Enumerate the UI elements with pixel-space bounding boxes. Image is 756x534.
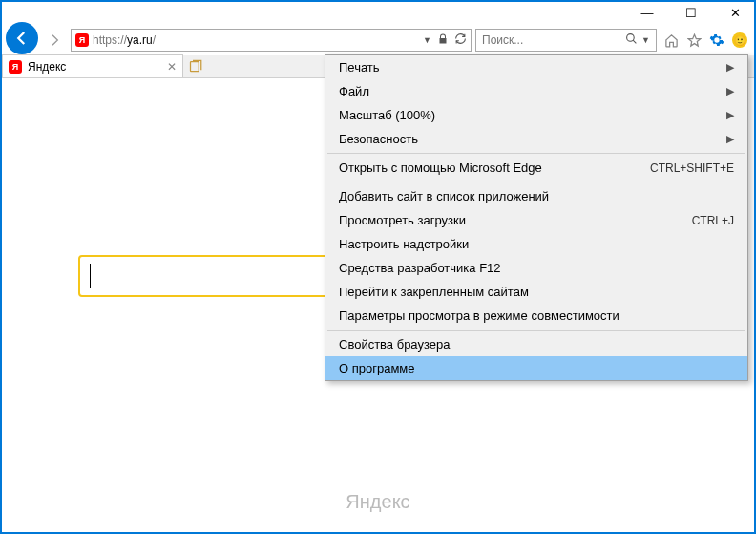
tools-icon[interactable] (708, 32, 725, 49)
menu-open-edge[interactable]: Открыть с помощью Microsoft Edge CTRL+SH… (326, 156, 747, 180)
smiley-icon[interactable]: 🙂 (731, 32, 748, 49)
menu-file-label: Файл (339, 84, 369, 98)
tools-menu: Печать ▶ Файл ▶ Масштаб (100%) ▶ Безопас… (325, 54, 748, 381)
menu-devtools[interactable]: Средства разработчика F12 (326, 256, 747, 280)
address-bar[interactable]: Я https://ya.ru/ ▼ (71, 29, 472, 52)
menu-open-edge-shortcut: CTRL+SHIFT+E (650, 161, 734, 175)
dropdown-icon[interactable]: ▼ (423, 35, 431, 45)
menu-compat[interactable]: Параметры просмотра в режиме совместимос… (326, 304, 747, 328)
lock-icon[interactable] (437, 32, 449, 49)
minimize-button[interactable]: — (634, 6, 661, 20)
menu-downloads[interactable]: Просмотреть загрузки CTRL+J (326, 208, 747, 232)
menu-zoom-label: Масштаб (100%) (339, 108, 435, 122)
menu-safety-label: Безопасность (339, 132, 418, 146)
site-favicon-icon: Я (75, 33, 89, 47)
menu-add-site[interactable]: Добавить сайт в список приложений (326, 184, 747, 208)
svg-rect-1 (190, 61, 199, 71)
menu-zoom[interactable]: Масштаб (100%) ▶ (326, 103, 747, 127)
browser-toolbar: Я https://ya.ru/ ▼ Поиск... ▼ (6, 27, 750, 53)
text-cursor (90, 264, 91, 288)
menu-separator (327, 153, 746, 154)
menu-print[interactable]: Печать ▶ (326, 55, 747, 79)
maximize-button[interactable]: ☐ (678, 6, 704, 20)
favorites-icon[interactable] (685, 32, 703, 49)
menu-print-label: Печать (339, 60, 380, 75)
search-dropdown-icon[interactable]: ▼ (641, 35, 650, 45)
new-tab-button[interactable] (183, 54, 206, 77)
menu-open-edge-label: Открыть с помощью Microsoft Edge (339, 160, 542, 175)
menu-downloads-label: Просмотреть загрузки (339, 213, 466, 227)
menu-devtools-label: Средства разработчика F12 (339, 261, 501, 275)
menu-add-site-label: Добавить сайт в список приложений (339, 189, 549, 203)
search-bar[interactable]: Поиск... ▼ (475, 29, 657, 52)
menu-safety[interactable]: Безопасность ▶ (326, 127, 747, 151)
chevron-right-icon: ▶ (726, 61, 734, 74)
menu-about[interactable]: О программе (326, 356, 747, 380)
tab-close-icon[interactable]: ✕ (167, 60, 177, 74)
search-controls: ▼ (625, 32, 650, 48)
menu-options[interactable]: Свойства браузера (326, 332, 747, 356)
tab-favicon-icon: Я (9, 60, 22, 74)
menu-pinned[interactable]: Перейти к закрепленным сайтам (326, 280, 747, 304)
menu-separator (327, 330, 746, 331)
toolbar-right-icons: 🙂 (661, 32, 750, 49)
window-controls: — ☐ ✕ (634, 6, 748, 20)
chevron-right-icon: ▶ (726, 85, 734, 97)
menu-compat-label: Параметры просмотра в режиме совместимос… (339, 309, 620, 323)
url-text: https://ya.ru/ (93, 33, 419, 47)
menu-addons[interactable]: Настроить надстройки (326, 232, 747, 256)
search-placeholder: Поиск... (482, 33, 523, 47)
menu-pinned-label: Перейти к закрепленным сайтам (339, 285, 529, 299)
search-icon[interactable] (625, 32, 638, 48)
yandex-footer-logo: Яндекс (2, 491, 754, 513)
menu-about-label: О программе (339, 361, 415, 375)
menu-file[interactable]: Файл ▶ (326, 79, 747, 103)
forward-button[interactable] (42, 28, 67, 53)
refresh-icon[interactable] (454, 32, 467, 49)
menu-addons-label: Настроить надстройки (339, 237, 469, 251)
menu-options-label: Свойства браузера (339, 337, 450, 352)
address-bar-right: ▼ (423, 32, 467, 49)
menu-separator (327, 182, 746, 182)
home-icon[interactable] (662, 32, 680, 49)
back-button[interactable] (6, 22, 38, 54)
chevron-right-icon: ▶ (726, 109, 734, 121)
tab-yandex[interactable]: Я Яндекс ✕ (2, 54, 183, 77)
close-button[interactable]: ✕ (722, 6, 748, 20)
tab-title: Яндекс (28, 60, 161, 74)
chevron-right-icon: ▶ (726, 133, 734, 145)
svg-point-0 (627, 34, 635, 42)
menu-downloads-shortcut: CTRL+J (692, 214, 734, 227)
